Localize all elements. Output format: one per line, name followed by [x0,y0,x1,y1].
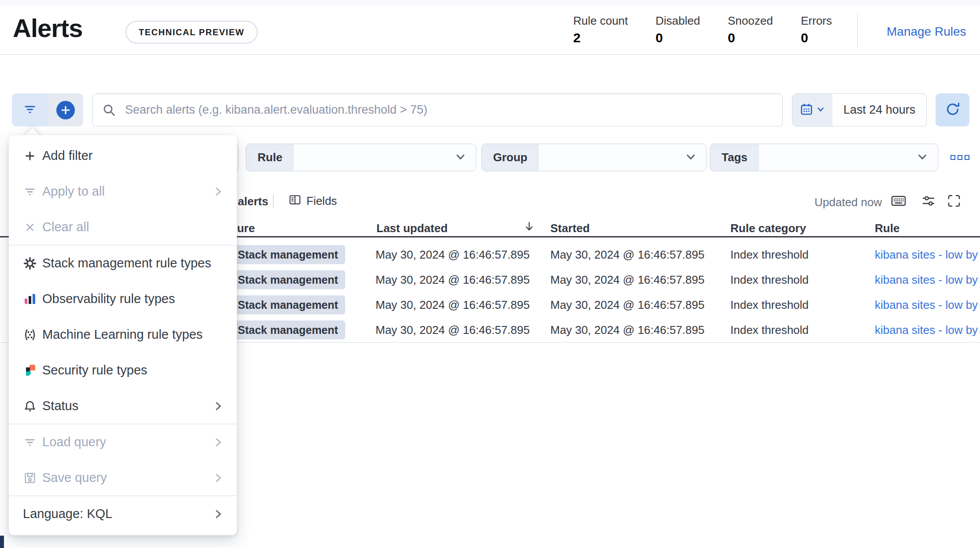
menu-item-label: Status [42,399,78,413]
menu-item-language-kql[interactable]: Language: KQL [9,496,237,532]
rule-filter-label: Rule [246,144,294,171]
menu-item-label: Clear all [42,220,89,234]
manage-rules-link[interactable]: Manage Rules [887,25,966,39]
stat-value: 0 [728,30,794,45]
group-filter-field[interactable] [539,144,706,171]
filter-icon [23,185,37,199]
menu-item-clear-all: Clear all [9,209,237,245]
boxes-horizontal-icon [965,155,969,160]
rule-filter-field[interactable] [294,144,476,171]
feature-cell: Stack management [231,320,345,339]
updated-now-label: Updated now [814,196,882,209]
feature-badge: Stack management [231,270,345,289]
keyboard-shortcuts-button[interactable] [891,195,906,209]
search-placeholder: Search alerts (e.g. kibana.alert.evaluat… [125,94,427,126]
filter-icon [23,102,37,118]
filter-menu-button[interactable] [12,93,48,126]
technical-preview-badge: TECHNICAL PREVIEW [125,21,258,44]
chevron-down-icon [916,150,929,165]
toolbar-divider [273,195,274,208]
bottom-left-edge-strip [0,536,4,548]
filter-button-group [12,93,83,126]
started-cell: May 30, 2024 @ 16:46:57.895 [550,248,704,261]
quick-select-button[interactable] [792,94,833,126]
stat-label: Disabled [656,14,722,28]
alerts-search-input[interactable]: Search alerts (e.g. kibana.alert.evaluat… [92,93,783,126]
plus-circle-icon [56,101,75,119]
chevron-right-icon [212,437,224,448]
column-header-rule-category: Rule category [730,222,806,235]
fields-icon [289,194,301,208]
alerts-count-label: alerts [238,195,268,208]
stat-label: Snoozed [728,14,794,28]
rule-link[interactable]: kibana sites - low by [875,273,978,286]
menu-item-add-filter[interactable]: Add filter [9,138,237,174]
started-cell: May 30, 2024 @ 16:46:57.895 [550,323,704,337]
security-logo-icon [23,363,37,378]
group-filter-combobox: Group [481,144,707,171]
menu-item-label: Stack management rule types [42,256,211,270]
feature-cell: Stack management [231,245,345,264]
boxes-horizontal-icon [951,155,955,160]
feature-badge: Stack management [231,245,345,264]
observability-logo-icon [23,292,37,306]
tags-filter-combobox: Tags [710,144,938,171]
menu-item-status[interactable]: Status [9,388,237,424]
plus-icon [23,149,37,163]
started-cell: May 30, 2024 @ 16:46:57.895 [550,273,704,286]
menu-item-label: Save query [42,470,107,485]
menu-item-machine-learning-rule-types[interactable]: Machine Learning rule types [9,317,237,352]
page-title: Alerts [13,13,82,43]
boxes-horizontal-icon [958,155,962,160]
rule-category-cell: Index threshold [730,248,809,261]
menu-item-observability-rule-types[interactable]: Observability rule types [9,281,237,317]
feature-cell: Stack management [231,270,345,289]
started-cell: May 30, 2024 @ 16:46:57.895 [550,298,704,311]
machine-learning-icon [23,328,37,342]
gear-icon [23,256,37,270]
refresh-button[interactable] [936,93,969,126]
fields-button-label: Fields [306,194,337,208]
rule-link[interactable]: kibana sites - low by [875,298,978,311]
rule-link[interactable]: kibana sites - low by [875,248,978,261]
bell-icon [23,399,37,413]
display-options-button[interactable] [921,194,936,210]
menu-item-load-query: Load query [9,424,237,460]
menu-item-stack-management-rule-types[interactable]: Stack management rule types [9,245,237,281]
menu-item-label: Apply to all [42,184,105,199]
filters-popover-menu: Add filter Apply to all Clear all [9,135,237,535]
quick-add-filter-button[interactable] [48,93,83,126]
header-divider [857,13,858,48]
stat-label: Rule count [573,14,639,28]
menu-item-save-query: Save query [9,460,237,496]
menu-item-security-rule-types[interactable]: Security rule types [9,352,237,388]
rule-category-cell: Index threshold [730,323,809,337]
menu-item-label: Language: KQL [23,507,112,521]
stat-disabled: Disabled 0 [656,14,722,45]
last-updated-cell: May 30, 2024 @ 16:46:57.895 [376,323,530,337]
fullscreen-icon[interactable] [947,194,961,210]
stat-value: 0 [656,30,722,45]
tags-filter-field[interactable] [759,144,938,171]
rule-link[interactable]: kibana sites - low by [875,323,978,337]
menu-item-label: Security rule types [42,363,147,378]
chevron-down-icon [684,150,697,165]
column-header-last-updated[interactable]: Last updated [376,222,448,235]
time-range-value[interactable]: Last 24 hours [833,94,926,126]
group-filter-label: Group [482,144,539,171]
fields-button[interactable]: Fields [289,194,337,208]
refresh-icon [945,102,960,118]
sort-descending-icon[interactable] [523,221,535,235]
cross-icon [23,220,37,234]
stat-rule-count: Rule count 2 [573,14,639,45]
rule-category-cell: Index threshold [730,298,809,311]
chevron-down-icon [454,150,467,165]
column-header-started[interactable]: Started [550,222,590,235]
more-filters-button[interactable] [951,155,969,160]
stat-snoozed: Snoozed 0 [728,14,794,45]
chevron-right-icon [212,186,224,197]
time-range-picker: Last 24 hours [792,93,927,126]
rule-filter-combobox: Rule [246,144,476,171]
last-updated-cell: May 30, 2024 @ 16:46:57.895 [376,248,530,261]
page-header: Alerts TECHNICAL PREVIEW Rule count 2 Di… [0,5,980,55]
